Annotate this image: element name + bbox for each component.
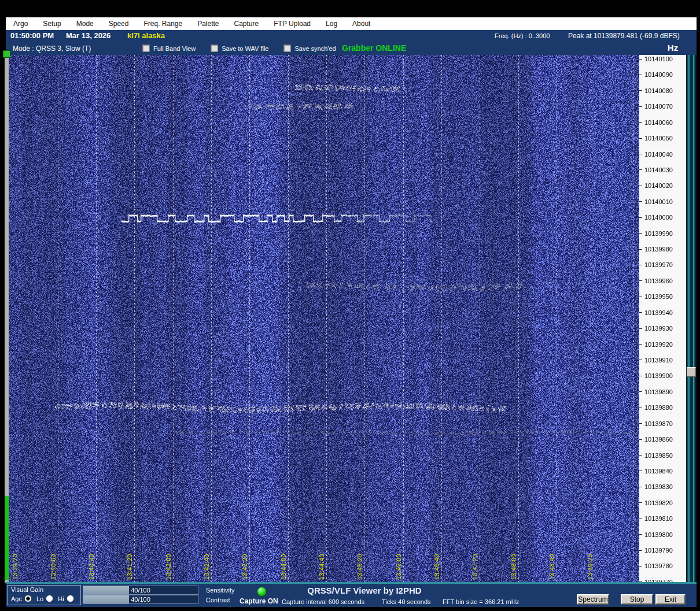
- checkbox-save-synch-ed[interactable]: Save synch'ed: [283, 45, 336, 52]
- freq-label: 10140040: [644, 151, 673, 158]
- fft-bin-size-label: FFT bin size = 366.21 mHz: [443, 598, 519, 605]
- info-bar: 01:50:00 PM Mar 13, 2026 kl7l alaska Fre…: [6, 30, 697, 42]
- freq-offset-handle[interactable]: [687, 367, 696, 377]
- radio-circle-icon[interactable]: [67, 595, 74, 602]
- menu-item-mode[interactable]: Mode: [69, 20, 101, 28]
- peak-readout: Peak at 10139879.481 (-69.9 dBFS): [568, 32, 680, 40]
- freq-scale-row: 10140100: [639, 55, 673, 62]
- mode-label: Mode : QRSS 3, Slow (T): [13, 45, 91, 53]
- freq-range-readout: Freq. (Hz) : 0..3000: [495, 32, 550, 39]
- freq-scale-row: 10140070: [639, 103, 673, 110]
- visual-gain-group: Visual Gain AgcLoHi: [7, 585, 81, 605]
- freq-label: 10139930: [644, 325, 673, 332]
- freq-label: 10139870: [644, 420, 673, 427]
- menu-item-palette[interactable]: Palette: [190, 20, 226, 28]
- freq-label: 10139790: [644, 547, 673, 554]
- freq-label: 10139810: [644, 515, 673, 522]
- freq-scale-row: 10139870: [639, 420, 673, 427]
- freq-label: 10139910: [644, 357, 673, 364]
- mode-bar: Mode : QRSS 3, Slow (T) Full Band ViewSa…: [6, 42, 697, 55]
- freq-tick: [639, 408, 642, 408]
- menu-item-argo[interactable]: Argo: [6, 20, 35, 28]
- clock-readout: 01:50:00 PM: [10, 31, 54, 40]
- freq-label: 10139840: [644, 468, 673, 475]
- freq-tick: [639, 233, 642, 234]
- checkbox-box-icon[interactable]: [142, 45, 150, 52]
- freq-tick: [639, 75, 642, 75]
- freq-label: 10140080: [644, 87, 673, 94]
- freq-tick: [639, 201, 642, 202]
- freq-label: 10139820: [644, 499, 673, 506]
- freq-offset-scrollbar[interactable]: [686, 55, 697, 584]
- sensitivity-slider-fill: [83, 586, 129, 594]
- capture-led-icon: [257, 587, 267, 597]
- freq-label: 10140050: [644, 135, 673, 142]
- spectrum-button[interactable]: Spectrum: [577, 594, 609, 605]
- freq-scale-row: 10139780: [639, 562, 673, 569]
- exit-button[interactable]: Exit: [655, 594, 686, 605]
- contrast-label: Contrast: [206, 597, 230, 603]
- capture-progress-marker: [3, 50, 10, 58]
- radio-agc[interactable]: Agc: [11, 595, 32, 602]
- menu-item-log[interactable]: Log: [318, 20, 345, 28]
- freq-scale-row: 10140000: [639, 214, 673, 221]
- freq-tick: [639, 519, 642, 519]
- sensitivity-label: Sensitivity: [206, 587, 235, 594]
- freq-scale-row: 10140030: [639, 166, 673, 173]
- freq-scale-row: 10140060: [639, 119, 673, 126]
- sensitivity-slider[interactable]: 40/100: [83, 586, 198, 595]
- menu-item-ftp-upload[interactable]: FTP Upload: [266, 20, 318, 28]
- visual-gain-radios: AgcLoHi: [11, 595, 79, 602]
- freq-label: 10139980: [644, 246, 673, 253]
- freq-scale-row: 10139830: [639, 483, 673, 490]
- freq-label: 10140100: [644, 55, 673, 62]
- freq-scale-row: 10139810: [639, 515, 673, 522]
- menu-item-freq-range[interactable]: Freq. Range: [136, 20, 190, 28]
- radio-circle-icon[interactable]: [24, 595, 32, 602]
- radio-circle-icon[interactable]: [46, 595, 53, 602]
- freq-tick: [639, 344, 642, 345]
- date-readout: Mar 13, 2026: [66, 31, 110, 40]
- freq-scale-row: 10140080: [639, 87, 673, 94]
- freq-tick: [639, 423, 642, 424]
- freq-tick: [639, 106, 642, 107]
- freq-tick: [639, 280, 642, 281]
- callsign-label: kl7l alaska: [127, 31, 165, 40]
- freq-tick: [639, 566, 642, 566]
- freq-label: 10139800: [644, 531, 673, 538]
- radio-label: Lo: [36, 595, 43, 602]
- freq-tick: [639, 265, 642, 265]
- freq-label: 10139950: [644, 293, 673, 300]
- waterfall-display: 13:39:2013:40:0013:40:4013:41:2013:42:00…: [6, 55, 639, 584]
- capture-state-label: Capture ON: [240, 597, 278, 605]
- checkbox-label: Save synch'ed: [294, 45, 336, 52]
- menu-item-setup[interactable]: Setup: [35, 20, 68, 28]
- freq-scale-row: 10139940: [639, 309, 673, 316]
- freq-scale-row: 10139920: [639, 341, 673, 348]
- radio-hi[interactable]: Hi: [58, 595, 73, 602]
- contrast-slider-value: 40/100: [131, 596, 150, 603]
- menu-item-speed[interactable]: Speed: [101, 20, 137, 28]
- hz-unit-label: Hz: [653, 43, 693, 53]
- freq-tick: [639, 217, 642, 218]
- contrast-slider[interactable]: 40/100: [83, 595, 198, 604]
- menu-item-capture[interactable]: Capture: [227, 20, 267, 28]
- freq-tick: [639, 138, 642, 139]
- checkbox-box-icon[interactable]: [283, 45, 291, 52]
- freq-scale-row: 10139890: [639, 388, 673, 395]
- checkbox-save-to-wav-file[interactable]: Save to WAV file: [211, 45, 268, 52]
- menu-item-about[interactable]: About: [345, 20, 378, 28]
- radio-lo[interactable]: Lo: [36, 595, 53, 602]
- grabber-status: Grabber ONLINE: [342, 43, 406, 53]
- checkbox-box-icon[interactable]: [211, 45, 218, 52]
- stop-button[interactable]: Stop: [621, 594, 653, 605]
- freq-scale-row: 10139820: [639, 499, 673, 506]
- freq-tick: [639, 391, 642, 392]
- radio-label: Hi: [58, 595, 64, 602]
- checkbox-full-band-view[interactable]: Full Band View: [142, 45, 196, 52]
- freq-scale-row: 10139910: [639, 357, 673, 364]
- freq-tick: [639, 502, 642, 503]
- freq-scale-row: 10139970: [639, 261, 673, 268]
- freq-label: 10140070: [644, 103, 673, 110]
- freq-tick: [639, 186, 642, 186]
